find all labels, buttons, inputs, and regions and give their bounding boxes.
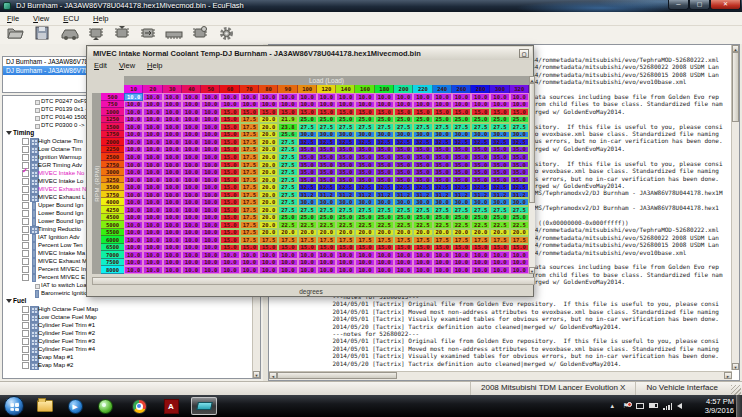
map-cell[interactable]: 15.0 — [317, 244, 336, 252]
map-cell[interactable]: 15.0 — [510, 244, 529, 252]
map-checkbox[interactable] — [22, 266, 29, 273]
map-cell[interactable]: 32.5 — [510, 138, 529, 146]
map-cell[interactable]: 17.5 — [240, 138, 259, 146]
map-cell[interactable]: 10.0 — [471, 266, 490, 274]
map-checkbox[interactable] — [22, 258, 29, 265]
map-cell[interactable]: 10.0 — [163, 251, 182, 259]
map-cell[interactable]: 35.0 — [433, 153, 452, 161]
write-rom-quick-button[interactable] — [136, 26, 160, 44]
tree-item[interactable]: High Octane Fuel Map — [3, 305, 253, 313]
map-cell[interactable]: 10.0 — [510, 93, 529, 101]
map-cell[interactable]: 25.0 — [336, 116, 355, 124]
map-cell[interactable]: 27.5 — [278, 161, 297, 169]
map-cell[interactable]: 10.0 — [201, 93, 220, 101]
rpm-row-header[interactable]: 4250 — [101, 206, 124, 214]
map-cell[interactable]: 10.0 — [182, 146, 201, 154]
map-cell[interactable]: 10.0 — [510, 251, 529, 259]
map-cell[interactable]: 31.2 — [298, 191, 317, 199]
map-cell[interactable]: 10.0 — [163, 108, 182, 116]
map-cell[interactable]: 30.0 — [317, 131, 336, 139]
map-cell[interactable]: 27.5 — [278, 168, 297, 176]
map-cell[interactable]: 10.0 — [201, 183, 220, 191]
test-write-button[interactable] — [188, 26, 212, 44]
map-cell[interactable]: 10.0 — [182, 244, 201, 252]
map-cell[interactable]: 10.0 — [124, 153, 143, 161]
map-cell[interactable]: 30.0 — [433, 198, 452, 206]
map-cell[interactable]: 35.0 — [298, 168, 317, 176]
map-cell[interactable]: 10.0 — [471, 251, 490, 259]
map-cell[interactable]: 10.0 — [201, 206, 220, 214]
map-cell[interactable]: 27.5 — [413, 206, 432, 214]
map-cell[interactable]: 35.0 — [413, 161, 432, 169]
map-cell[interactable]: 17.5 — [336, 236, 355, 244]
map-cell[interactable]: 20.0 — [375, 229, 394, 237]
map-cell[interactable]: 10.0 — [163, 138, 182, 146]
map-cell[interactable]: 10.0 — [201, 123, 220, 131]
map-cell[interactable]: 17.5 — [394, 236, 413, 244]
map-cell[interactable]: 10.0 — [510, 259, 529, 267]
map-cell[interactable]: 15.0 — [240, 108, 259, 116]
load-column-header[interactable]: 90 — [278, 85, 297, 93]
map-vscrollbar[interactable]: ▲ ▼ — [529, 76, 535, 274]
map-cell[interactable]: 27.5 — [298, 206, 317, 214]
map-cell[interactable]: 10.0 — [163, 259, 182, 267]
scrollbar-thumb[interactable] — [529, 83, 535, 203]
tree-item[interactable]: Evap Map #2 — [3, 361, 253, 369]
map-cell[interactable]: 17.5 — [240, 221, 259, 229]
map-checkbox[interactable] — [22, 338, 29, 345]
map-cell[interactable]: 17.5 — [317, 236, 336, 244]
map-cell[interactable]: 30.0 — [298, 131, 317, 139]
map-cell[interactable]: 27.5 — [490, 206, 509, 214]
map-checkbox[interactable] — [22, 154, 29, 161]
map-cell[interactable]: 32.5 — [317, 138, 336, 146]
map-cell[interactable]: 27.5 — [278, 191, 297, 199]
map-cell[interactable]: 10.0 — [143, 153, 162, 161]
taskbar-clock[interactable]: 4:57 PM 3/9/2016 — [705, 397, 734, 415]
map-cell[interactable]: 32.5 — [433, 183, 452, 191]
map-cell[interactable]: 20.0 — [510, 229, 529, 237]
map-cell[interactable]: 17.5 — [278, 236, 297, 244]
map-cell[interactable]: 15.0 — [220, 108, 239, 116]
map-cell[interactable]: 10.0 — [182, 206, 201, 214]
map-cell[interactable]: 10.0 — [452, 259, 471, 267]
tree-item[interactable]: Cylinder Fuel Trim #2 — [3, 329, 253, 337]
map-cell[interactable]: 30.0 — [413, 131, 432, 139]
map-cell[interactable]: 15.0 — [490, 244, 509, 252]
map-cell[interactable]: 10.0 — [182, 236, 201, 244]
map-cell[interactable]: 22.5 — [317, 221, 336, 229]
map-cell[interactable]: 10.0 — [143, 229, 162, 237]
load-column-header[interactable]: 260 — [452, 85, 471, 93]
map-cell[interactable]: 17.5 — [375, 236, 394, 244]
map-cell[interactable]: 10.0 — [163, 214, 182, 222]
map-cell[interactable]: 17.5 — [240, 161, 259, 169]
map-cell[interactable]: 25.0 — [471, 116, 490, 124]
rpm-row-header[interactable]: 6500 — [101, 244, 124, 252]
map-cell[interactable]: 10.0 — [201, 259, 220, 267]
map-cell[interactable]: 17.5 — [240, 153, 259, 161]
map-cell[interactable]: 35.0 — [490, 146, 509, 154]
vehicle-button[interactable] — [58, 26, 82, 44]
map-cell[interactable]: 15.0 — [375, 244, 394, 252]
map-checkbox[interactable] — [22, 186, 29, 193]
map-cell[interactable]: 20.0 — [259, 168, 278, 176]
rpm-row-header[interactable]: 2000 — [101, 138, 124, 146]
map-cell[interactable]: 10.0 — [163, 236, 182, 244]
read-rom-button[interactable] — [84, 26, 108, 44]
tree-item[interactable]: Low Octane Fuel Map — [3, 313, 253, 321]
map-cell[interactable]: 10.0 — [143, 146, 162, 154]
map-cell[interactable]: 35.0 — [355, 161, 374, 169]
map-cell[interactable]: 22.5 — [433, 221, 452, 229]
map-cell[interactable]: 10.0 — [143, 116, 162, 124]
map-cell[interactable]: 20.0 — [259, 214, 278, 222]
map-cell[interactable]: 10.0 — [124, 176, 143, 184]
map-cell[interactable]: 10.0 — [182, 138, 201, 146]
map-cell[interactable]: 15.0 — [220, 146, 239, 154]
map-cell[interactable]: 10.0 — [124, 198, 143, 206]
taskbar-item-chrome[interactable] — [126, 397, 152, 415]
map-cell[interactable]: 35.0 — [452, 146, 471, 154]
map-cell[interactable]: 25.0 — [375, 214, 394, 222]
map-cell[interactable]: 15.0 — [220, 244, 239, 252]
map-cell[interactable]: 10.0 — [143, 206, 162, 214]
map-cell[interactable]: 10.0 — [375, 251, 394, 259]
map-cell[interactable]: 25.0 — [394, 214, 413, 222]
